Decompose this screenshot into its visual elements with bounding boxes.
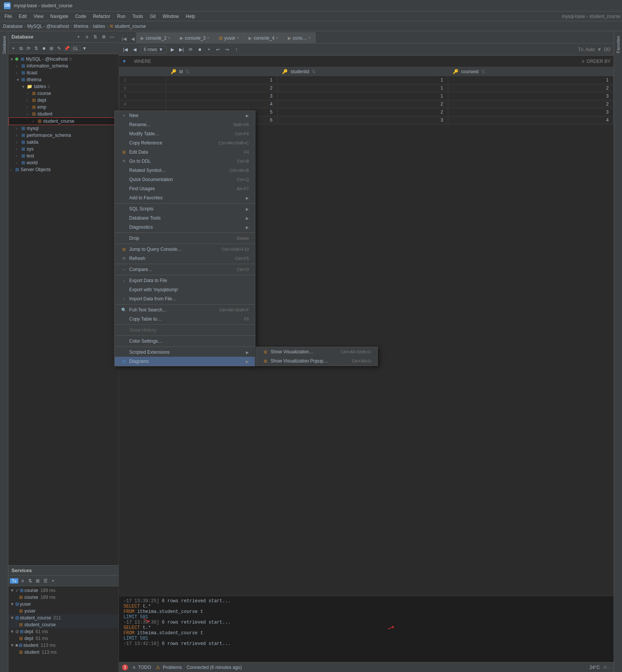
svc-align-btn[interactable]: ≡ (19, 577, 26, 584)
breadcrumb-mysql[interactable]: MySQL - @localhost (27, 24, 69, 29)
menu-help[interactable]: Help (183, 13, 198, 20)
db-filter-btn[interactable]: ⇅ (92, 34, 99, 40)
ctx-favorites[interactable]: Add to Favorites (115, 193, 255, 202)
tab-console4-close[interactable]: × (276, 36, 278, 40)
db-grid-btn[interactable]: ⊞ (48, 45, 55, 52)
sidebar-database-tab[interactable]: Database (1, 33, 7, 57)
ctx-find-usages[interactable]: Find Usages Alt+F7 (115, 184, 255, 193)
db-edit-btn[interactable]: ✎ (56, 45, 63, 52)
ctx-color-settings[interactable]: Color Settings… (115, 337, 255, 346)
qt-last-btn[interactable]: ▶| (178, 46, 185, 53)
db-add-btn[interactable]: + (75, 34, 82, 40)
ctx-fulltext-search[interactable]: 🔍 Full-Text Search… Ctrl+Alt+Shift+F (115, 305, 255, 314)
tab-console3-close[interactable]: × (207, 36, 209, 40)
tree-item-info-schema[interactable]: › ⊞ information_schema (8, 63, 119, 69)
svc-item-yuser-table[interactable]: ⊞ yuser (8, 608, 119, 614)
qt-stop-btn[interactable]: ■ (196, 46, 203, 53)
tree-item-sys[interactable]: › ⊞ sys (8, 146, 119, 152)
ctx-db-tools[interactable]: Database Tools (115, 213, 255, 223)
tree-item-tables[interactable]: ▼ 📁 tables 5 (8, 83, 119, 90)
menu-code[interactable]: Code (72, 13, 89, 20)
ctx-drop[interactable]: Drop Delete (115, 234, 255, 243)
menu-git[interactable]: Git (147, 13, 159, 20)
svc-grid-btn[interactable]: ⊞ (34, 577, 41, 584)
db-settings-btn[interactable]: ⚙ (100, 34, 107, 40)
tree-item-world[interactable]: › ⊞ world (8, 159, 119, 166)
qt-refresh-btn[interactable]: ⟳ (187, 46, 194, 53)
qt-up-btn[interactable]: ↑ (233, 46, 240, 53)
col-id[interactable]: 🔑 id ⇅ (166, 67, 277, 76)
svc-add-btn[interactable]: + (50, 577, 56, 584)
ctx-export-file[interactable]: ↓ Export Data to File (115, 276, 255, 285)
tree-item-itcast[interactable]: › ⊞ itcast (8, 69, 119, 76)
ctx-rename[interactable]: Rename… Shift+F6 (115, 120, 255, 129)
tab-yuser-close[interactable]: × (237, 36, 239, 40)
tree-item-student-course[interactable]: › ⊞ student_course (8, 117, 119, 125)
status-todo[interactable]: ≡ TODO (133, 665, 151, 670)
svc-item-yuser[interactable]: ▼ ⊞ yuser (8, 601, 119, 608)
qt-next-btn[interactable]: ▶ (169, 46, 176, 53)
tree-item-student[interactable]: › ⊞ student (8, 111, 119, 117)
tree-item-mysql-root[interactable]: ▼ ⊞ MySQL - @localhost 9 (8, 56, 119, 63)
ctx-modify[interactable]: Modify Table… Ctrl+F6 (115, 129, 255, 138)
tree-item-mysql[interactable]: › ⊞ mysql (8, 125, 119, 132)
db-close-btn[interactable]: — (109, 34, 115, 40)
favorites-tab[interactable]: Favorites (615, 33, 621, 56)
table-row[interactable]: 2 2 1 2 (119, 84, 614, 92)
db-filter-data-btn[interactable]: ▼ (81, 45, 88, 52)
tree-item-dept[interactable]: › ⊞ dept (8, 97, 119, 104)
ctx-copy-ref[interactable]: Copy Reference Ctrl+Alt+Shift+C (115, 138, 255, 148)
tab-console3[interactable]: ▶ console_3 × (175, 32, 215, 43)
table-row[interactable]: 4 4 2 2 (119, 100, 614, 108)
ctx-refresh[interactable]: ⟳ Refresh Ctrl+F5 (115, 254, 255, 263)
db-copy-btn[interactable]: ⧉ (18, 45, 24, 52)
svc-item-course-table[interactable]: ⊞ course 189 ms (8, 594, 119, 601)
ctx-related[interactable]: Related Symbol… Ctrl+Alt+B (115, 166, 255, 175)
menu-file[interactable]: File (2, 13, 15, 20)
ctx-copy-table[interactable]: Copy Table to… F5 (115, 314, 255, 324)
tab-console2-close[interactable]: × (168, 36, 170, 40)
tab-console4[interactable]: ▶ console_4 × (244, 32, 283, 43)
db-gl-btn[interactable]: GL (71, 46, 80, 51)
tab-nav-prev[interactable]: ◀ (130, 35, 136, 43)
tree-item-perf-schema[interactable]: › ⊞ performance_schema (8, 132, 119, 139)
svc-down-btn[interactable]: ⇅ (27, 577, 34, 584)
breadcrumb-database[interactable]: Database (3, 24, 22, 29)
menu-refactor[interactable]: Refactor (90, 13, 113, 20)
db-pin-btn[interactable]: 📌 (63, 45, 70, 52)
ctx-quick-doc[interactable]: Quick Documentation Ctrl+Q (115, 175, 255, 184)
tree-item-itheima[interactable]: ▼ ⊞ itheima (8, 76, 119, 83)
tree-item-emp[interactable]: › ⊞ emp (8, 104, 119, 111)
menu-window[interactable]: Window (160, 13, 182, 20)
svc-item-student-course-table[interactable]: ⊞ student_course (8, 621, 119, 628)
menu-view[interactable]: View (30, 13, 46, 20)
ctx-compare[interactable]: ↔ Compare… Ctrl+D (115, 265, 255, 274)
breadcrumb-tables[interactable]: tables (93, 24, 105, 29)
menu-run[interactable]: Run (114, 13, 128, 20)
menu-edit[interactable]: Edit (16, 13, 30, 20)
ctx-jump-console[interactable]: ⊞ Jump to Query Console… Ctrl+Shift+F10 (115, 245, 255, 254)
db-align-btn[interactable]: ≡ (83, 34, 90, 40)
qt-add-btn[interactable]: + (205, 46, 212, 53)
db-new-btn[interactable]: + (10, 45, 17, 52)
tree-item-sakila[interactable]: › ⊞ sakila (8, 139, 119, 146)
qt-undo-btn[interactable]: ↩ (215, 46, 221, 53)
tree-item-course[interactable]: › ⊞ course (8, 90, 119, 97)
qt-redo-btn[interactable]: ↪ (224, 46, 231, 53)
table-row[interactable]: 1 1 1 1 (119, 76, 614, 84)
tree-item-test[interactable]: › ⊞ test (8, 152, 119, 159)
tab-nav-left[interactable]: |◀ (119, 35, 130, 43)
svc-item-dept[interactable]: ▼ ⊘ ⊞ dept 61 ms (8, 628, 119, 635)
breadcrumb-student-course[interactable]: student_course (115, 24, 146, 29)
db-refresh-btn[interactable]: ⟳ (25, 45, 32, 52)
svc-item-student-table[interactable]: ⊞ student 113 ms (8, 649, 119, 656)
ctx-show-viz-popup[interactable]: ⊞ Show Visualization Popup… Ctrl+Alt+U (256, 356, 377, 366)
svc-item-student[interactable]: ▼ ■ ⊞ student 113 ms (8, 642, 119, 649)
col-studentid[interactable]: 🔑 studentid ⇅ (277, 67, 448, 76)
ctx-import-file[interactable]: ↑ Import Data from File… (115, 294, 255, 303)
breadcrumb-itheima[interactable]: itheima (74, 24, 88, 29)
tab-cons[interactable]: ▶ cons… × (283, 32, 316, 43)
ctx-diagrams[interactable]: ⊡ Diagrams ⊞ Show Visualization… Ctrl+Al… (115, 357, 255, 366)
ctx-export-mysqldump[interactable]: Export with 'mysqldump' (115, 285, 255, 294)
col-courseid[interactable]: 🔑 courseid ⇅ (448, 67, 613, 76)
